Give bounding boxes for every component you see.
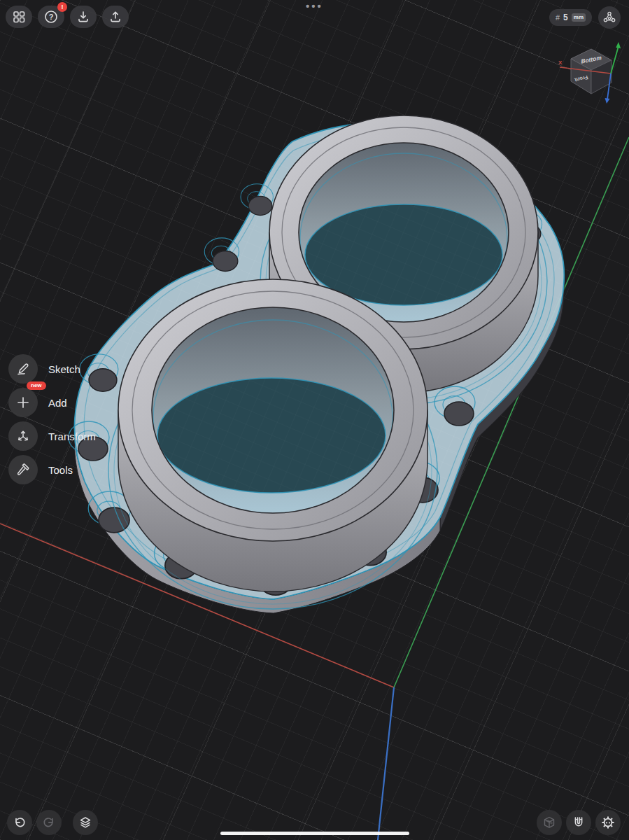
view-cube[interactable]: Bottom Front X — [551, 34, 628, 109]
tools-label: Tools — [48, 464, 73, 476]
plus-icon — [15, 395, 31, 410]
grid-spacing-value: 5 — [563, 13, 568, 22]
transform-button[interactable] — [8, 421, 38, 451]
view-modes-button[interactable] — [598, 6, 621, 29]
magnet-icon — [571, 815, 586, 830]
layers-icon — [78, 815, 93, 830]
window-menu-dots[interactable]: ••• — [0, 0, 629, 12]
export-icon — [108, 10, 122, 24]
import-icon — [76, 10, 90, 24]
gear-icon — [600, 815, 616, 830]
grid-hash-icon: # — [556, 13, 560, 22]
view-cube-y-axis — [611, 42, 621, 74]
snapping-button[interactable] — [566, 810, 591, 835]
undo-icon — [13, 816, 27, 830]
z-axis-line — [378, 687, 394, 840]
add-menu-item[interactable]: new Add — [8, 388, 96, 417]
pen-icon — [15, 361, 31, 377]
redo-button[interactable] — [36, 810, 62, 835]
hammer-icon — [15, 462, 31, 477]
grid-spacing-indicator[interactable]: # 5 mm — [549, 9, 592, 26]
redo-icon — [42, 816, 56, 830]
bottom-right-toolbar — [537, 810, 621, 835]
home-indicator[interactable] — [220, 832, 409, 835]
apps-grid-icon — [12, 10, 26, 24]
top-right-toolbar: # 5 mm — [549, 6, 621, 29]
undo-button[interactable] — [7, 810, 32, 835]
view-cube-x-label: X — [558, 59, 563, 66]
transform-menu-item[interactable]: Transform — [8, 421, 96, 451]
sketch-label: Sketch — [48, 363, 80, 375]
sketch-button[interactable] — [8, 354, 38, 384]
section-view-button[interactable] — [537, 810, 562, 835]
bottom-left-toolbar — [7, 810, 98, 835]
app-window: ? ! ••• # 5 mm — [0, 0, 629, 840]
settings-button[interactable] — [595, 810, 621, 835]
sketch-menu-item[interactable]: Sketch — [8, 354, 96, 384]
items-button[interactable] — [73, 810, 98, 835]
add-new-badge: new — [27, 382, 46, 390]
tools-menu-item[interactable]: Tools — [8, 455, 96, 484]
cube-icon — [542, 815, 557, 830]
transform-label: Transform — [48, 430, 96, 442]
tools-button[interactable] — [8, 455, 38, 484]
svg-text:?: ? — [49, 13, 54, 21]
add-label: Add — [48, 397, 67, 409]
grid-spacing-unit: mm — [572, 13, 586, 22]
add-button[interactable] — [8, 388, 38, 417]
left-tool-menu: Sketch new Add — [8, 354, 96, 484]
move-icon — [15, 428, 31, 444]
orbit-icon — [602, 10, 616, 24]
